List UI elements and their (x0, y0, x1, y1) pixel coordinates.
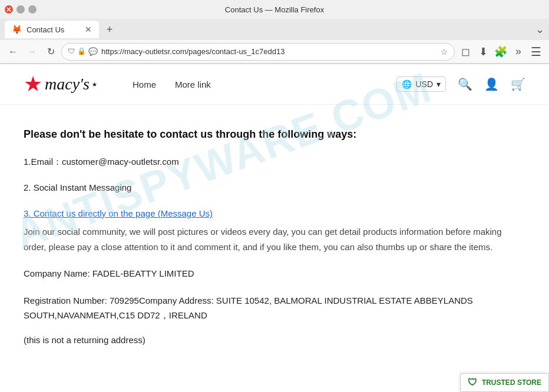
overflow-button[interactable]: » (510, 44, 527, 60)
new-tab-button[interactable]: + (101, 21, 118, 38)
browser-chrome: Contact Us — Mozilla Firefox 🦊 Contact U… (0, 0, 549, 64)
trusted-store-badge: 🛡 TRUSTED STORE (460, 373, 549, 392)
company-name: Company Name: FADEL-BEATTY LIMITED (24, 266, 507, 281)
info-icon: 💬 (88, 47, 98, 56)
social-item: 2. Social Instant Messaging (24, 181, 507, 195)
security-shield-icon: 🛡 (68, 47, 75, 56)
contact-heading: Please don't be hesitate to contact us t… (24, 128, 507, 141)
registration-info: Registration Number: 709295Company Addre… (24, 293, 507, 323)
pocket-button[interactable]: ◻ (457, 44, 474, 60)
site-header-right: 🌐 USD ▾ 🔍 👤 🛒 (396, 77, 525, 92)
url-text: https://macy-outletsr.com/pages/contact-… (101, 47, 437, 56)
tab-close-button[interactable]: ✕ (85, 25, 92, 34)
forward-button[interactable]: → (24, 44, 40, 60)
company-name-text: Company Name: FADEL-BEATTY LIMITED (24, 266, 507, 281)
maximize-button[interactable] (28, 5, 37, 14)
back-button[interactable]: ← (5, 44, 21, 60)
nav-actions: ◻ ⬇ 🧩 » ☰ (457, 44, 544, 60)
tab-bar: 🦊 Contact Us ✕ + ⌄ (0, 19, 549, 40)
logo-star-icon: ★ (24, 74, 42, 95)
trusted-store-label: TRUSTED STORE (482, 378, 541, 387)
contact-direct-link[interactable]: 3. Contact us directly on the page (Mess… (24, 208, 213, 218)
globe-icon: 🌐 (402, 79, 412, 89)
site-header: ★ macy's★ Home More link 🌐 USD ▾ 🔍 👤 🛒 (0, 64, 549, 105)
social-text: Join our social community, we will post … (24, 224, 507, 254)
reload-button[interactable]: ↻ (42, 44, 59, 60)
currency-label: USD (415, 79, 433, 89)
bookmark-icon[interactable]: ☆ (441, 47, 448, 57)
email-label: 1.Email：customer@macy-outletsr.com (24, 157, 179, 167)
address-bar[interactable]: 🛡 🔒 💬 https://macy-outletsr.com/pages/co… (61, 43, 455, 61)
page-content: ★ macy's★ Home More link 🌐 USD ▾ 🔍 👤 🛒 P… (0, 64, 549, 392)
minimize-button[interactable] (16, 5, 25, 14)
close-button[interactable] (5, 5, 13, 14)
registration-text: Registration Number: 709295Company Addre… (24, 293, 507, 323)
logo-text: macy's (45, 75, 90, 94)
menu-button[interactable]: ☰ (528, 44, 544, 60)
security-icons: 🛡 🔒 💬 (68, 47, 98, 56)
tab-label: Contact Us (27, 25, 64, 34)
lock-icon: 🔒 (77, 47, 86, 56)
contact-direct-item: 3. Contact us directly on the page (Mess… (24, 207, 507, 254)
logo-area: ★ macy's★ (24, 74, 97, 95)
page-body: Please don't be hesitate to contact us t… (0, 105, 530, 368)
extensions-button[interactable]: 🧩 (492, 44, 509, 60)
download-button[interactable]: ⬇ (475, 44, 491, 60)
account-icon[interactable]: 👤 (484, 77, 499, 91)
social-label: 2. Social Instant Messaging (24, 182, 131, 192)
logo-superstar-icon: ★ (92, 81, 97, 88)
currency-selector[interactable]: 🌐 USD ▾ (396, 77, 446, 92)
note-text: (this is not a returning address) (24, 335, 507, 345)
navigation-bar: ← → ↻ 🛡 🔒 💬 https://macy-outletsr.com/pa… (0, 40, 549, 64)
nav-home[interactable]: Home (133, 79, 156, 89)
currency-arrow-icon: ▾ (436, 79, 441, 89)
site-nav: Home More link (133, 79, 211, 89)
nav-more-link[interactable]: More link (175, 79, 211, 89)
tab-favicon: 🦊 (12, 25, 22, 34)
cart-icon[interactable]: 🛒 (511, 77, 525, 91)
active-tab[interactable]: 🦊 Contact Us ✕ (5, 21, 99, 38)
title-bar: Contact Us — Mozilla Firefox (0, 0, 549, 19)
trusted-shield-icon: 🛡 (468, 377, 477, 388)
email-item: 1.Email：customer@macy-outletsr.com (24, 155, 507, 169)
window-title: Contact Us — Mozilla Firefox (225, 5, 324, 14)
tab-extras-button[interactable]: ⌄ (535, 23, 544, 36)
search-icon[interactable]: 🔍 (458, 77, 472, 91)
window-controls[interactable] (5, 5, 37, 14)
